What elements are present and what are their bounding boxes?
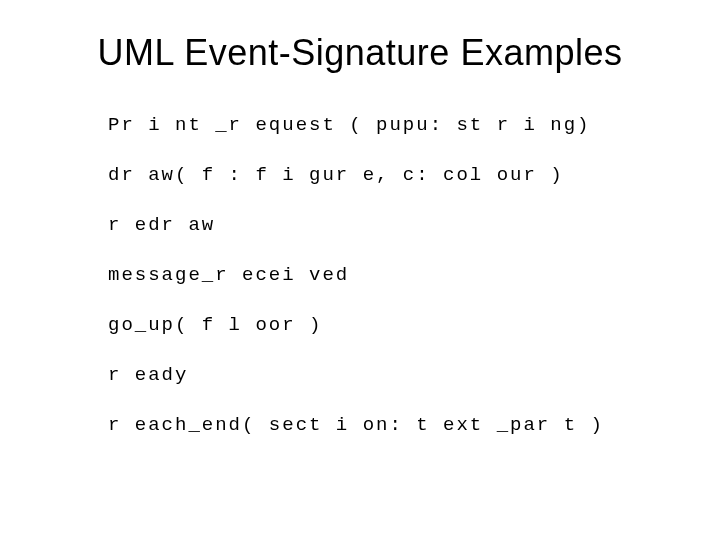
signature-example: Pr i nt _r equest ( pupu: st r i ng)	[108, 114, 632, 136]
slide-content: Pr i nt _r equest ( pupu: st r i ng) dr …	[48, 114, 672, 436]
signature-example: message_r ecei ved	[108, 264, 632, 286]
signature-example: go_up( f l oor )	[108, 314, 632, 336]
signature-example: r eady	[108, 364, 632, 386]
slide-container: UML Event-Signature Examples Pr i nt _r …	[0, 0, 720, 540]
slide-title: UML Event-Signature Examples	[48, 32, 672, 74]
signature-example: r each_end( sect i on: t ext _par t )	[108, 414, 632, 436]
signature-example: dr aw( f : f i gur e, c: col our )	[108, 164, 632, 186]
signature-example: r edr aw	[108, 214, 632, 236]
